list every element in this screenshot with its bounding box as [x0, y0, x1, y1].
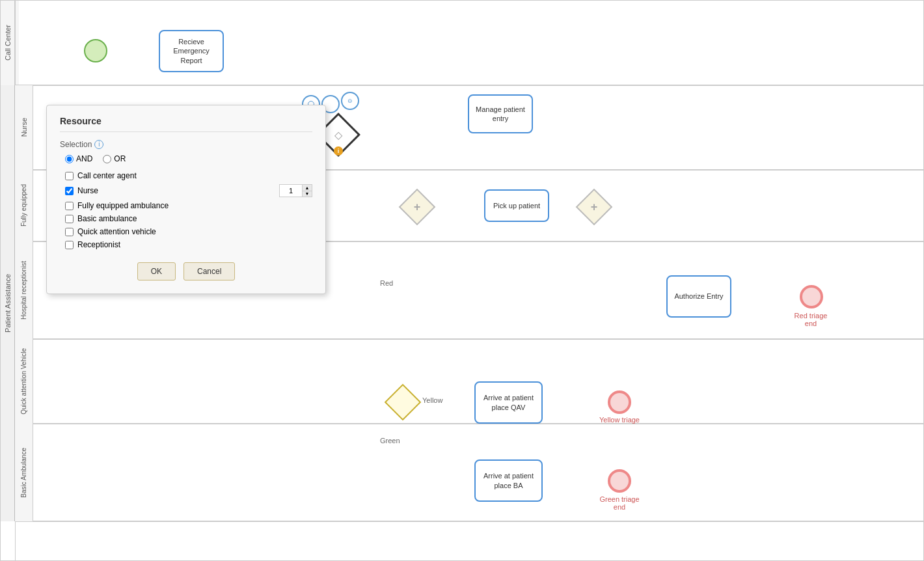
red-triage-end-event[interactable]: [800, 285, 823, 308]
dialog-button-group: OK Cancel: [60, 262, 312, 280]
red-triage-end-label: Red triage end: [788, 312, 834, 327]
lane-quick-attention-content: Yellow Arrive at patient place QAV Yello…: [19, 339, 923, 423]
resource-checkbox-group: Call center agent Nurse ▲ ▼ Fully equipp…: [60, 171, 312, 249]
green-triage-end-event[interactable]: [608, 469, 631, 493]
checkbox-receptionist: Receptionist: [65, 240, 312, 249]
main-diagram: Call Center Recieve Emergency Report Nur…: [0, 0, 924, 561]
lane-basic-ambulance: Basic Ambulance Green Arrive at patient …: [1, 424, 923, 521]
yellow-triage-end-event[interactable]: [608, 390, 631, 414]
selection-label-row: Selection i: [60, 140, 312, 149]
hospital-receptionist-sublabel: Hospital receptionist: [15, 241, 33, 339]
checkbox-fully-equipped: Fully equipped ambulance: [65, 201, 312, 210]
basic-ambulance-sublabel: Basic Ambulance: [15, 424, 33, 521]
plus-gateway-left[interactable]: +: [403, 193, 431, 221]
quick-attention-label: Quick attention vehicle: [77, 227, 156, 236]
nurse-quantity-input[interactable]: [279, 184, 303, 197]
patient-assistance-outer: Patient Assistance: [1, 85, 15, 521]
green-flow-label: Green: [380, 437, 400, 445]
basic-ambulance-checkbox[interactable]: [65, 215, 74, 223]
triage-gateway[interactable]: [388, 388, 417, 417]
quick-attention-sublabel: Quick attention Vehicle: [15, 339, 33, 424]
lane-call-center-content: Recieve Emergency Report: [19, 1, 923, 85]
basic-ambulance-label: Basic ambulance: [77, 214, 137, 223]
green-triage-end-label: Green triage end: [597, 495, 642, 511]
dialog-title: Resource: [60, 116, 312, 132]
or-radio[interactable]: [103, 155, 111, 163]
manage-patient-entry-task[interactable]: Manage patient entry: [468, 94, 533, 133]
authorize-entry-task[interactable]: Authorize Entry: [666, 275, 731, 318]
nurse-qty-down[interactable]: ▼: [303, 191, 312, 197]
receptionist-checkbox[interactable]: [65, 241, 74, 249]
lane-call-center: Call Center Recieve Emergency Report: [1, 1, 923, 85]
ok-button[interactable]: OK: [137, 262, 176, 280]
arrive-qav-task[interactable]: Arrive at patient place QAV: [474, 381, 543, 424]
checkbox-quick-attention: Quick attention vehicle: [65, 227, 312, 236]
nurse-sublabel: Nurse: [15, 85, 33, 170]
or-radio-label[interactable]: OR: [103, 154, 126, 163]
call-center-outer: Call Center: [1, 1, 15, 85]
red-flow-label: Red: [380, 279, 393, 287]
plus-gateway-right[interactable]: +: [580, 193, 608, 221]
nurse-qty-up[interactable]: ▲: [303, 185, 312, 191]
resource-dialog: Resource Selection i AND OR Call center …: [46, 105, 326, 294]
nurse-label: Nurse: [77, 186, 98, 195]
cancel-button[interactable]: Cancel: [183, 262, 235, 280]
selection-info-icon[interactable]: i: [94, 140, 103, 149]
and-radio-label[interactable]: AND: [65, 154, 92, 163]
lane-quick-attention: Quick attention Vehicle Yellow Arrive at…: [1, 339, 923, 424]
selection-label: Selection: [60, 140, 92, 149]
divider-5: [15, 424, 923, 424]
checkbox-nurse-row: Nurse ▲ ▼: [65, 184, 312, 197]
nurse-checkbox[interactable]: [65, 187, 74, 195]
divider-6: [15, 521, 923, 522]
checkbox-basic-ambulance: Basic ambulance: [65, 214, 312, 223]
and-or-radio-group: AND OR: [60, 154, 312, 163]
quick-attention-checkbox[interactable]: [65, 228, 74, 236]
arrive-ba-task[interactable]: Arrive at patient place BA: [474, 459, 543, 502]
receive-emergency-task[interactable]: Recieve Emergency Report: [159, 30, 224, 72]
fully-equipped-checkbox[interactable]: [65, 202, 74, 210]
call-center-agent-checkbox[interactable]: [65, 172, 74, 180]
and-radio[interactable]: [65, 155, 74, 163]
start-event[interactable]: [84, 39, 107, 62]
lane-basic-ambulance-content: Green Arrive at patient place BA Green t…: [19, 424, 923, 521]
receptionist-label: Receptionist: [77, 240, 120, 249]
pick-up-patient-task[interactable]: Pick up patient: [484, 189, 549, 222]
checkbox-call-center-agent: Call center agent: [65, 171, 312, 180]
yellow-flow-label: Yellow: [422, 396, 442, 404]
divider-1: [15, 85, 923, 86]
fully-equipped-sublabel: Fully equipped: [15, 170, 33, 241]
divider-4: [15, 339, 923, 340]
fully-equipped-label: Fully equipped ambulance: [77, 201, 169, 210]
call-center-agent-label: Call center agent: [77, 171, 137, 180]
